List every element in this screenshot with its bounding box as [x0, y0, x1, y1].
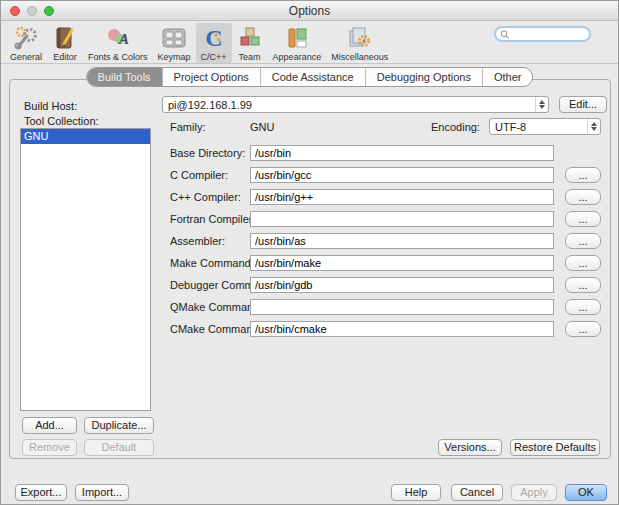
list-item-gnu[interactable]: GNU [21, 129, 150, 144]
toolbar-label: Miscellaneous [331, 52, 388, 62]
base-directory-input[interactable] [250, 145, 554, 161]
edit-button[interactable]: Edit... [559, 96, 607, 113]
toolbar-label: Editor [53, 52, 77, 62]
qmake-command-input[interactable] [250, 299, 554, 315]
default-button[interactable]: Default [84, 439, 154, 456]
tool-collection-list[interactable]: GNU [20, 128, 151, 411]
cmake-command-input[interactable] [250, 321, 554, 337]
toolbar-label: Fonts & Colors [88, 52, 148, 62]
toolbar-label: Team [239, 52, 261, 62]
apply-button[interactable]: Apply [511, 484, 557, 501]
toolbar-label: C/C++ [201, 52, 227, 62]
miscellaneous-icon [347, 25, 373, 51]
tab-other[interactable]: Other [482, 68, 533, 86]
search-field[interactable] [494, 26, 591, 42]
import-button[interactable]: Import... [75, 484, 129, 501]
stepper-arrows-icon [535, 97, 548, 112]
tab-code-assistance[interactable]: Code Assistance [260, 68, 365, 86]
encoding-value: UTF-8 [495, 121, 587, 133]
toolbar-item-editor[interactable]: Editor [47, 23, 83, 63]
add-button[interactable]: Add... [22, 417, 77, 434]
restore-defaults-button[interactable]: Restore Defaults [510, 439, 600, 456]
build-tools-panel: Build Host: pi@192.168.1.99 Edit... Tool… [9, 79, 611, 459]
duplicate-button[interactable]: Duplicate... [84, 417, 154, 434]
fortran-compiler-browse-button[interactable]: ... [565, 211, 601, 227]
encoding-label: Encoding: [431, 121, 480, 133]
toolbar-label: General [10, 52, 42, 62]
tab-build-tools[interactable]: Build Tools [87, 68, 162, 86]
category-toolbar: General Editor [1, 21, 618, 64]
toolbar-label: Keymap [158, 52, 191, 62]
title-bar: Options [1, 1, 618, 21]
toolbar-item-team[interactable]: Team [232, 23, 268, 63]
cpp-compiler-input[interactable] [250, 189, 554, 205]
family-label: Family: [170, 121, 205, 133]
cmake-command-browse-button[interactable]: ... [565, 321, 601, 337]
appearance-icon [284, 25, 310, 51]
qmake-command-browse-button[interactable]: ... [565, 299, 601, 315]
fortran-compiler-input[interactable] [250, 211, 554, 227]
toolbar-item-miscellaneous[interactable]: Miscellaneous [326, 23, 393, 63]
cpp-compiler-label: C++ Compiler: [170, 191, 241, 203]
qmake-command-label: QMake Command: [170, 301, 262, 313]
make-command-label: Make Command: [170, 257, 254, 269]
cpp-compiler-browse-button[interactable]: ... [565, 189, 601, 205]
help-button[interactable]: Help [391, 484, 441, 501]
svg-text:A: A [118, 31, 129, 47]
search-icon [500, 29, 510, 40]
build-host-value: pi@192.168.1.99 [168, 99, 535, 111]
tab-debugging-options[interactable]: Debugging Options [365, 68, 482, 86]
search-input[interactable] [510, 29, 585, 40]
make-command-browse-button[interactable]: ... [565, 255, 601, 271]
c-compiler-label: C Compiler: [170, 169, 228, 181]
assembler-input[interactable] [250, 233, 554, 249]
ok-button[interactable]: OK [565, 484, 607, 501]
svg-text:C: C [205, 25, 222, 51]
fonts-colors-icon: A [105, 25, 131, 51]
remove-button[interactable]: Remove [22, 439, 77, 456]
c-compiler-browse-button[interactable]: ... [565, 167, 601, 183]
toolbar-label: Appearance [273, 52, 322, 62]
tool-collection-label: Tool Collection: [24, 115, 99, 127]
general-icon [13, 25, 39, 51]
versions-button[interactable]: Versions... [438, 439, 502, 456]
export-button[interactable]: Export... [15, 484, 67, 501]
cmake-command-label: CMake Command: [170, 323, 262, 335]
family-value: GNU [250, 121, 274, 133]
c-compiler-input[interactable] [250, 167, 554, 183]
make-command-input[interactable] [250, 255, 554, 271]
assembler-browse-button[interactable]: ... [565, 233, 601, 249]
tab-strip: Build Tools Project Options Code Assista… [86, 67, 534, 87]
toolbar-item-fonts-colors[interactable]: A Fonts & Colors [83, 23, 153, 63]
debugger-command-browse-button[interactable]: ... [565, 277, 601, 293]
encoding-combo[interactable]: UTF-8 [489, 118, 601, 135]
cancel-button[interactable]: Cancel [451, 484, 503, 501]
team-icon [237, 25, 263, 51]
keymap-icon [161, 25, 187, 51]
fortran-compiler-label: Fortran Compiler: [170, 213, 256, 225]
cpp-icon: C [201, 25, 227, 51]
toolbar-item-cpp[interactable]: C C/C++ [196, 23, 232, 63]
window-title: Options [1, 4, 618, 18]
options-window: Options General [0, 0, 619, 505]
toolbar-item-keymap[interactable]: Keymap [153, 23, 196, 63]
build-host-combo[interactable]: pi@192.168.1.99 [162, 96, 549, 113]
tab-project-options[interactable]: Project Options [162, 68, 260, 86]
base-directory-label: Base Directory: [170, 147, 245, 159]
toolbar-item-general[interactable]: General [5, 23, 47, 63]
debugger-command-input[interactable] [250, 277, 554, 293]
stepper-arrows-icon [587, 119, 600, 134]
toolbar-item-appearance[interactable]: Appearance [268, 23, 327, 63]
editor-icon [52, 25, 78, 51]
build-host-label: Build Host: [24, 100, 77, 112]
assembler-label: Assembler: [170, 235, 225, 247]
